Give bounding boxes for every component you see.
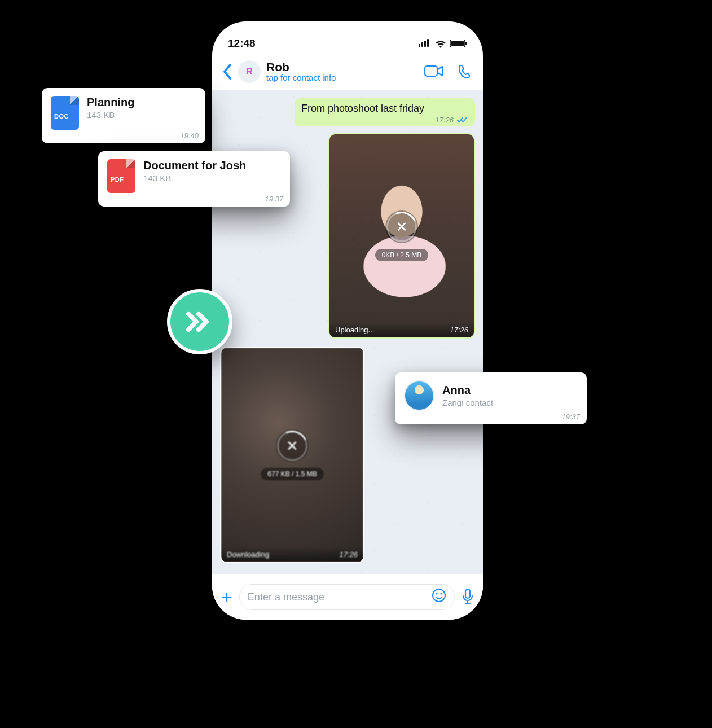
outgoing-text-message[interactable]: From photoshoot last friday 17:26 bbox=[295, 98, 475, 126]
status-bar: 12:48 bbox=[212, 21, 483, 53]
media-thumbnail: ✕ 677 KB / 1.5 MB Downloading 17:26 bbox=[221, 348, 363, 562]
message-text: From photoshoot last friday bbox=[301, 103, 468, 115]
clock: 12:48 bbox=[228, 37, 256, 50]
svg-rect-6 bbox=[465, 42, 467, 45]
cancel-upload-button[interactable]: ✕ bbox=[385, 210, 418, 243]
phone-frame: 12:48 R Rob tap for contact info bbox=[212, 21, 483, 620]
contact-titles[interactable]: Rob tap for contact info bbox=[266, 60, 419, 83]
battery-icon bbox=[450, 40, 467, 47]
contact-avatar bbox=[404, 380, 434, 411]
cancel-download-button[interactable]: ✕ bbox=[276, 429, 309, 462]
attachment-size: 143 KB bbox=[143, 173, 281, 183]
outgoing-media-message[interactable]: ✕ 0KB / 2.5 MB Uploading... 17:26 bbox=[328, 133, 475, 339]
forward-button[interactable] bbox=[167, 289, 232, 354]
download-status-label: Downloading bbox=[227, 550, 269, 559]
attach-button[interactable]: + bbox=[221, 587, 232, 607]
attachment-time: 19:37 bbox=[265, 195, 283, 203]
media-thumbnail: ✕ 0KB / 2.5 MB Uploading... 17:26 bbox=[329, 134, 474, 337]
svg-point-8 bbox=[433, 589, 445, 602]
svg-rect-0 bbox=[419, 44, 420, 47]
video-call-button[interactable] bbox=[424, 64, 443, 79]
contact-subtitle: tap for contact info bbox=[266, 73, 419, 83]
contact-share-card[interactable]: Anna Zangi contact 19:37 bbox=[395, 372, 587, 424]
contact-name: Anna bbox=[442, 384, 578, 397]
attachment-size: 143 KB bbox=[87, 110, 196, 120]
svg-rect-5 bbox=[451, 41, 464, 46]
attachment-card-pdf[interactable]: PDF Document for Josh 143 KB 19:37 bbox=[98, 151, 290, 207]
upload-progress: 0KB / 2.5 MB bbox=[375, 249, 429, 261]
back-button[interactable] bbox=[222, 63, 232, 80]
chat-header: R Rob tap for contact info bbox=[212, 53, 483, 90]
cellular-icon bbox=[419, 38, 431, 50]
pdf-file-icon: PDF bbox=[107, 159, 135, 193]
upload-status-label: Uploading... bbox=[335, 326, 374, 334]
attachment-card-doc[interactable]: DOC Planning 143 KB 19:40 bbox=[42, 88, 205, 143]
contact-name: Rob bbox=[266, 60, 419, 73]
status-icons bbox=[419, 38, 467, 50]
svg-point-10 bbox=[440, 593, 442, 594]
svg-point-9 bbox=[436, 593, 437, 594]
forward-icon bbox=[184, 309, 216, 334]
voice-call-button[interactable] bbox=[458, 64, 473, 79]
svg-rect-7 bbox=[425, 66, 437, 76]
voice-message-button[interactable] bbox=[462, 589, 474, 606]
message-time: 17:26 bbox=[435, 116, 454, 124]
emoji-button[interactable] bbox=[432, 588, 446, 606]
contact-subtitle: Zangi contact bbox=[442, 398, 578, 407]
attachment-title: Document for Josh bbox=[143, 159, 281, 172]
contact-avatar[interactable]: R bbox=[238, 60, 261, 83]
message-composer: + Enter a message bbox=[212, 574, 483, 620]
svg-rect-11 bbox=[465, 589, 470, 598]
message-input-placeholder: Enter a message bbox=[248, 591, 426, 603]
contact-time: 19:37 bbox=[561, 413, 580, 421]
doc-file-icon: DOC bbox=[51, 96, 79, 130]
svg-rect-3 bbox=[427, 39, 429, 47]
svg-rect-1 bbox=[421, 42, 423, 47]
read-receipt-icon bbox=[457, 117, 468, 124]
svg-rect-2 bbox=[424, 41, 426, 47]
incoming-media-message[interactable]: ✕ 677 KB / 1.5 MB Downloading 17:26 bbox=[220, 347, 364, 563]
message-time: 17:26 bbox=[450, 326, 468, 334]
close-icon: ✕ bbox=[395, 220, 408, 234]
close-icon: ✕ bbox=[286, 438, 298, 453]
attachment-time: 19:40 bbox=[180, 131, 199, 140]
wifi-icon bbox=[434, 39, 447, 48]
attachment-title: Planning bbox=[87, 96, 196, 109]
message-input[interactable]: Enter a message bbox=[239, 584, 455, 610]
download-progress: 677 KB / 1.5 MB bbox=[261, 468, 323, 480]
message-time: 17:26 bbox=[339, 550, 358, 559]
